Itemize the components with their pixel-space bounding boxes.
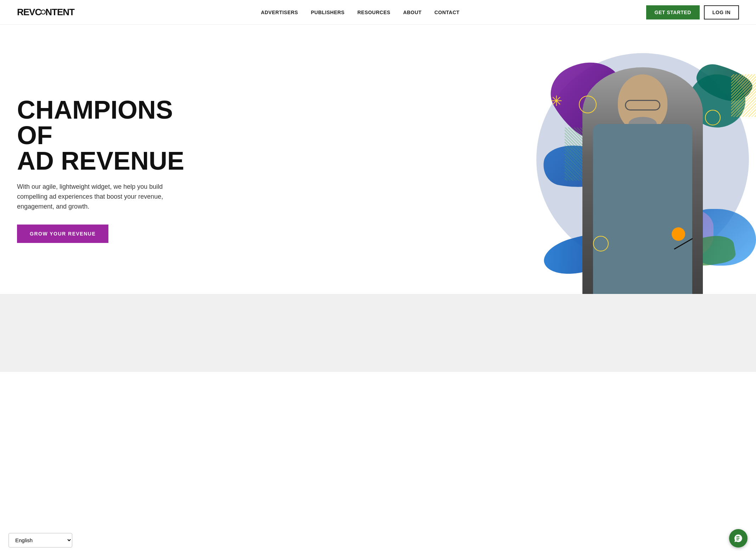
hero-section: CHAMPIONS OF AD REVENUE With our agile, … — [0, 25, 756, 294]
sun-decoration: ✳ — [551, 94, 566, 109]
nav-link-about[interactable]: ABOUT — [403, 10, 422, 15]
grow-revenue-button[interactable]: GROW YOUR REVENUE — [17, 225, 108, 243]
person-silhouette — [582, 67, 703, 294]
circle-gold-3 — [593, 236, 609, 251]
nav-item-advertisers[interactable]: ADVERTISERS — [261, 9, 298, 16]
circle-gold-2 — [705, 110, 721, 125]
nav-link-publishers[interactable]: PUBLISHERS — [311, 10, 344, 15]
logo-text-part2: NTENT — [45, 7, 74, 18]
get-started-button[interactable]: GET STARTED — [646, 5, 700, 19]
hero-text: CHAMPIONS OF AD REVENUE With our agile, … — [17, 97, 187, 243]
nav-actions: GET STARTED LOG IN — [646, 5, 739, 19]
nav-item-about[interactable]: ABOUT — [403, 9, 422, 16]
logo-o-ring — [41, 10, 46, 15]
login-button[interactable]: LOG IN — [704, 5, 739, 19]
logo[interactable]: REVCNTENT — [17, 7, 74, 18]
hero-visual: ✳ — [522, 39, 756, 294]
navbar: REVCNTENT ADVERTISERS PUBLISHERS RESOURC… — [0, 0, 756, 25]
hero-headline: CHAMPIONS OF AD REVENUE — [17, 97, 187, 174]
hero-person-image — [575, 53, 710, 294]
nav-item-contact[interactable]: CONTACT — [434, 9, 459, 16]
hero-description: With our agile, lightweight widget, we h… — [17, 182, 166, 212]
nav-link-resources[interactable]: RESOURCES — [357, 10, 390, 15]
nav-item-resources[interactable]: RESOURCES — [357, 9, 390, 16]
dashes-yellow — [731, 74, 756, 117]
person-body — [593, 124, 692, 294]
nav-item-publishers[interactable]: PUBLISHERS — [311, 9, 344, 16]
circle-orange — [672, 227, 685, 241]
nav-links: ADVERTISERS PUBLISHERS RESOURCES ABOUT C… — [261, 9, 459, 16]
nav-link-advertisers[interactable]: ADVERTISERS — [261, 10, 298, 15]
logo-text-part1: REVC — [17, 7, 41, 18]
person-head — [618, 74, 667, 131]
circle-gold-1 — [579, 96, 597, 113]
nav-link-contact[interactable]: CONTACT — [434, 10, 459, 15]
gray-section — [0, 294, 756, 372]
person-glasses — [625, 100, 660, 110]
